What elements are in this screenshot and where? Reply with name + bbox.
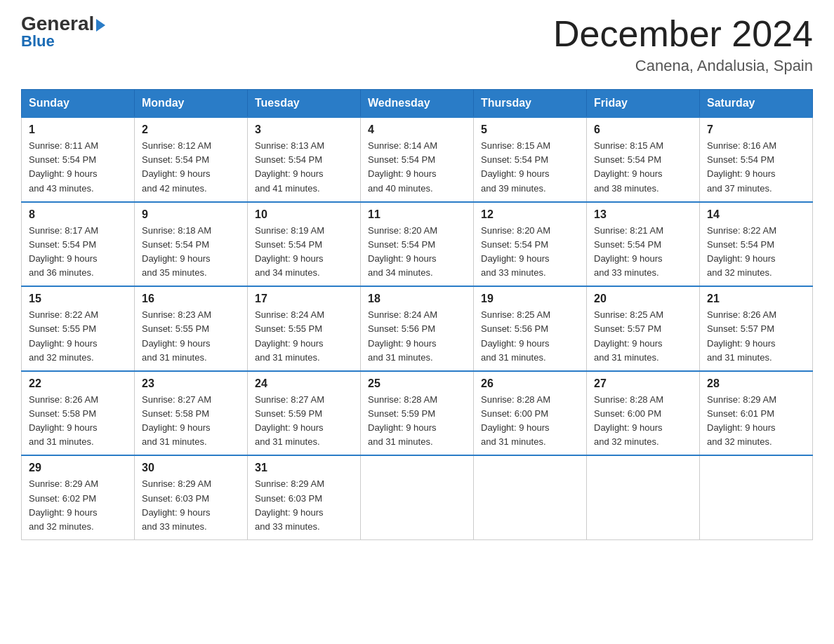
calendar-cell	[587, 455, 700, 539]
day-info: Sunrise: 8:27 AMSunset: 5:58 PMDaylight:…	[142, 393, 240, 450]
day-info: Sunrise: 8:14 AMSunset: 5:54 PMDaylight:…	[368, 139, 466, 196]
day-number: 8	[29, 208, 127, 221]
logo-text: General	[21, 14, 105, 34]
day-info: Sunrise: 8:29 AMSunset: 6:03 PMDaylight:…	[255, 477, 353, 534]
calendar-cell: 5Sunrise: 8:15 AMSunset: 5:54 PMDaylight…	[474, 117, 587, 202]
calendar-cell: 25Sunrise: 8:28 AMSunset: 5:59 PMDayligh…	[361, 371, 474, 456]
day-info: Sunrise: 8:29 AMSunset: 6:02 PMDaylight:…	[29, 477, 127, 534]
day-info: Sunrise: 8:25 AMSunset: 5:57 PMDaylight:…	[594, 308, 692, 365]
calendar-cell: 19Sunrise: 8:25 AMSunset: 5:56 PMDayligh…	[474, 286, 587, 371]
day-number: 26	[481, 377, 579, 390]
calendar-cell: 23Sunrise: 8:27 AMSunset: 5:58 PMDayligh…	[135, 371, 248, 456]
title-area: December 2024 Canena, Andalusia, Spain	[553, 14, 813, 75]
calendar-cell	[361, 455, 474, 539]
weekday-tuesday: Tuesday	[248, 90, 361, 118]
day-number: 28	[707, 377, 805, 390]
calendar-cell: 28Sunrise: 8:29 AMSunset: 6:01 PMDayligh…	[700, 371, 813, 456]
calendar-cell: 7Sunrise: 8:16 AMSunset: 5:54 PMDaylight…	[700, 117, 813, 202]
calendar-cell: 27Sunrise: 8:28 AMSunset: 6:00 PMDayligh…	[587, 371, 700, 456]
day-info: Sunrise: 8:11 AMSunset: 5:54 PMDaylight:…	[29, 139, 127, 196]
calendar-cell: 24Sunrise: 8:27 AMSunset: 5:59 PMDayligh…	[248, 371, 361, 456]
calendar-cell: 14Sunrise: 8:22 AMSunset: 5:54 PMDayligh…	[700, 202, 813, 287]
day-number: 23	[142, 377, 240, 390]
calendar-cell: 3Sunrise: 8:13 AMSunset: 5:54 PMDaylight…	[248, 117, 361, 202]
calendar-cell: 30Sunrise: 8:29 AMSunset: 6:03 PMDayligh…	[135, 455, 248, 539]
weekday-header-row: SundayMondayTuesdayWednesdayThursdayFrid…	[22, 90, 813, 118]
calendar-cell: 13Sunrise: 8:21 AMSunset: 5:54 PMDayligh…	[587, 202, 700, 287]
day-number: 20	[594, 293, 692, 305]
day-info: Sunrise: 8:22 AMSunset: 5:55 PMDaylight:…	[29, 308, 127, 365]
calendar-cell: 29Sunrise: 8:29 AMSunset: 6:02 PMDayligh…	[22, 455, 135, 539]
day-number: 3	[255, 123, 353, 136]
calendar-cell: 17Sunrise: 8:24 AMSunset: 5:55 PMDayligh…	[248, 286, 361, 371]
calendar-cell: 12Sunrise: 8:20 AMSunset: 5:54 PMDayligh…	[474, 202, 587, 287]
page-header: General Blue December 2024 Canena, Andal…	[21, 14, 813, 75]
day-info: Sunrise: 8:26 AMSunset: 5:58 PMDaylight:…	[29, 393, 127, 450]
day-info: Sunrise: 8:28 AMSunset: 6:00 PMDaylight:…	[481, 393, 579, 450]
week-row-4: 22Sunrise: 8:26 AMSunset: 5:58 PMDayligh…	[22, 371, 813, 456]
day-info: Sunrise: 8:28 AMSunset: 5:59 PMDaylight:…	[368, 393, 466, 450]
calendar-cell: 1Sunrise: 8:11 AMSunset: 5:54 PMDaylight…	[22, 117, 135, 202]
day-number: 25	[368, 377, 466, 390]
day-number: 24	[255, 377, 353, 390]
day-number: 14	[707, 208, 805, 221]
weekday-friday: Friday	[587, 90, 700, 118]
weekday-monday: Monday	[135, 90, 248, 118]
week-row-5: 29Sunrise: 8:29 AMSunset: 6:02 PMDayligh…	[22, 455, 813, 539]
week-row-1: 1Sunrise: 8:11 AMSunset: 5:54 PMDaylight…	[22, 117, 813, 202]
day-number: 10	[255, 208, 353, 221]
day-info: Sunrise: 8:23 AMSunset: 5:55 PMDaylight:…	[142, 308, 240, 365]
day-info: Sunrise: 8:22 AMSunset: 5:54 PMDaylight:…	[707, 224, 805, 281]
day-info: Sunrise: 8:15 AMSunset: 5:54 PMDaylight:…	[594, 139, 692, 196]
day-info: Sunrise: 8:29 AMSunset: 6:01 PMDaylight:…	[707, 393, 805, 450]
day-info: Sunrise: 8:20 AMSunset: 5:54 PMDaylight:…	[368, 224, 466, 281]
calendar-cell: 16Sunrise: 8:23 AMSunset: 5:55 PMDayligh…	[135, 286, 248, 371]
calendar-cell: 10Sunrise: 8:19 AMSunset: 5:54 PMDayligh…	[248, 202, 361, 287]
day-number: 13	[594, 208, 692, 221]
calendar-cell: 9Sunrise: 8:18 AMSunset: 5:54 PMDaylight…	[135, 202, 248, 287]
logo: General Blue	[21, 14, 105, 51]
weekday-sunday: Sunday	[22, 90, 135, 118]
day-number: 9	[142, 208, 240, 221]
calendar-cell: 31Sunrise: 8:29 AMSunset: 6:03 PMDayligh…	[248, 455, 361, 539]
day-number: 16	[142, 293, 240, 305]
day-info: Sunrise: 8:12 AMSunset: 5:54 PMDaylight:…	[142, 139, 240, 196]
calendar-cell: 11Sunrise: 8:20 AMSunset: 5:54 PMDayligh…	[361, 202, 474, 287]
day-number: 21	[707, 293, 805, 305]
day-number: 12	[481, 208, 579, 221]
day-number: 30	[142, 462, 240, 474]
calendar-cell: 15Sunrise: 8:22 AMSunset: 5:55 PMDayligh…	[22, 286, 135, 371]
day-number: 18	[368, 293, 466, 305]
day-number: 11	[368, 208, 466, 221]
calendar-cell: 22Sunrise: 8:26 AMSunset: 5:58 PMDayligh…	[22, 371, 135, 456]
day-info: Sunrise: 8:21 AMSunset: 5:54 PMDaylight:…	[594, 224, 692, 281]
day-info: Sunrise: 8:13 AMSunset: 5:54 PMDaylight:…	[255, 139, 353, 196]
calendar-cell: 8Sunrise: 8:17 AMSunset: 5:54 PMDaylight…	[22, 202, 135, 287]
day-info: Sunrise: 8:27 AMSunset: 5:59 PMDaylight:…	[255, 393, 353, 450]
calendar-cell: 20Sunrise: 8:25 AMSunset: 5:57 PMDayligh…	[587, 286, 700, 371]
day-number: 15	[29, 293, 127, 305]
logo-blue: Blue	[21, 32, 55, 51]
calendar-cell: 4Sunrise: 8:14 AMSunset: 5:54 PMDaylight…	[361, 117, 474, 202]
day-info: Sunrise: 8:29 AMSunset: 6:03 PMDaylight:…	[142, 477, 240, 534]
day-number: 6	[594, 123, 692, 136]
calendar-cell: 6Sunrise: 8:15 AMSunset: 5:54 PMDaylight…	[587, 117, 700, 202]
calendar-cell: 21Sunrise: 8:26 AMSunset: 5:57 PMDayligh…	[700, 286, 813, 371]
calendar-cell: 18Sunrise: 8:24 AMSunset: 5:56 PMDayligh…	[361, 286, 474, 371]
day-number: 27	[594, 377, 692, 390]
day-number: 17	[255, 293, 353, 305]
day-number: 4	[368, 123, 466, 136]
day-info: Sunrise: 8:28 AMSunset: 6:00 PMDaylight:…	[594, 393, 692, 450]
calendar-cell: 26Sunrise: 8:28 AMSunset: 6:00 PMDayligh…	[474, 371, 587, 456]
calendar-table: SundayMondayTuesdayWednesdayThursdayFrid…	[21, 89, 813, 540]
day-info: Sunrise: 8:24 AMSunset: 5:56 PMDaylight:…	[368, 308, 466, 365]
calendar-cell: 2Sunrise: 8:12 AMSunset: 5:54 PMDaylight…	[135, 117, 248, 202]
day-info: Sunrise: 8:18 AMSunset: 5:54 PMDaylight:…	[142, 224, 240, 281]
week-row-3: 15Sunrise: 8:22 AMSunset: 5:55 PMDayligh…	[22, 286, 813, 371]
week-row-2: 8Sunrise: 8:17 AMSunset: 5:54 PMDaylight…	[22, 202, 813, 287]
weekday-wednesday: Wednesday	[361, 90, 474, 118]
day-number: 29	[29, 462, 127, 474]
day-info: Sunrise: 8:15 AMSunset: 5:54 PMDaylight:…	[481, 139, 579, 196]
weekday-saturday: Saturday	[700, 90, 813, 118]
location: Canena, Andalusia, Spain	[553, 57, 813, 75]
